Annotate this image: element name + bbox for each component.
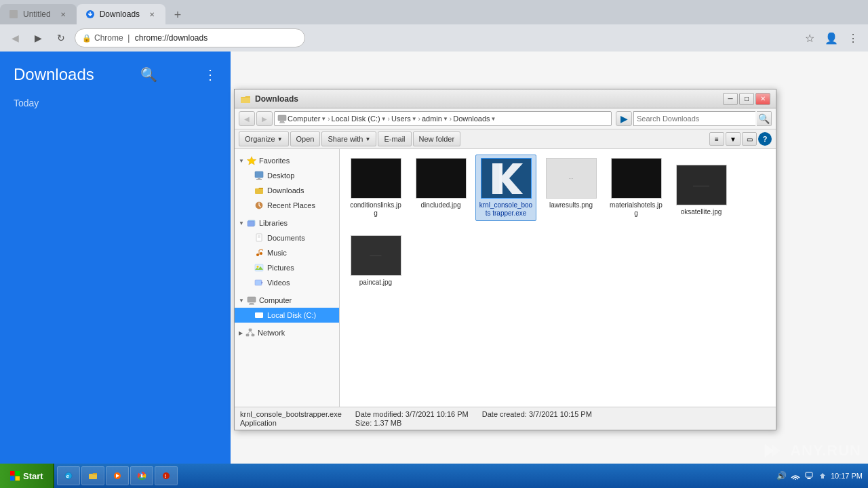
taskbar-media[interactable] [106, 466, 129, 485]
taskbar-ie[interactable]: e [57, 466, 80, 485]
monitor-tray-icon[interactable] [804, 470, 814, 481]
breadcrumb-admin[interactable]: admin ▼ [422, 115, 448, 123]
sidebar-item-pictures[interactable]: Pictures [235, 260, 339, 275]
help-button[interactable]: ? [758, 132, 772, 146]
system-time: 10:17 PM [831, 471, 863, 481]
breadcrumb-computer-arrow[interactable]: ▼ [321, 116, 326, 122]
downloads-sidebar-label: Downloads [267, 186, 304, 195]
status-date-modified: Date modified: 3/7/2021 10:16 PM [355, 410, 469, 418]
svg-marker-55 [820, 473, 825, 479]
svg-rect-14 [248, 221, 254, 226]
svg-rect-0 [9, 10, 18, 18]
favorites-header[interactable]: ▼ Favorites [235, 153, 339, 168]
maximize-button[interactable]: □ [739, 93, 754, 105]
sidebar-item-music[interactable]: Music [235, 245, 339, 260]
close-button[interactable]: ✕ [755, 93, 770, 105]
file-item-conditionslinks[interactable]: conditionslinks.jpg [345, 155, 406, 221]
libraries-header[interactable]: ▼ Libraries [235, 216, 339, 230]
taskbar-security[interactable]: ! [155, 466, 178, 485]
breadcrumb-admin-arrow[interactable]: ▼ [443, 116, 448, 122]
open-button[interactable]: Open [290, 131, 321, 146]
svg-marker-34 [492, 163, 523, 194]
breadcrumb-downloads-arrow[interactable]: ▼ [491, 116, 496, 122]
anyrun-watermark: ANY.RUN [760, 441, 861, 461]
minimize-button[interactable]: ─ [723, 93, 738, 105]
breadcrumb-bar[interactable]: Computer ▼ › Local Disk (C:) ▼ › Users ▼… [274, 111, 612, 126]
address-go-button[interactable]: ▶ [616, 111, 632, 126]
new-folder-button[interactable]: New folder [413, 131, 461, 146]
view-dropdown-button[interactable]: ▼ [726, 132, 741, 146]
svg-rect-26 [249, 304, 254, 305]
network-tray-icon[interactable] [790, 470, 801, 481]
file-item-krnl[interactable]: krnl_console_boots trapper.exe [475, 155, 536, 221]
anyrun-logo-svg [760, 441, 787, 461]
tab-close-untitled[interactable]: ✕ [58, 9, 68, 20]
breadcrumb-users[interactable]: Users ▼ [391, 115, 417, 123]
sidebar-item-desktop[interactable]: Desktop [235, 168, 339, 183]
view-details-button[interactable]: ≡ [709, 132, 724, 146]
start-button[interactable]: Start [0, 464, 54, 488]
breadcrumb-downloads[interactable]: Downloads ▼ [453, 115, 496, 123]
browser-content: Downloads 🔍 ⋮ Today Downloads [0, 52, 868, 488]
svg-rect-44 [89, 474, 97, 479]
svg-rect-40 [10, 476, 15, 481]
sidebar-item-localdisk[interactable]: Local Disk (C:) [235, 308, 339, 323]
sidebar-item-videos[interactable]: Videos [235, 275, 339, 290]
file-name-oksatellite: oksatellite.jpg [681, 208, 722, 216]
taskbar-chrome[interactable] [130, 466, 153, 485]
computer-header[interactable]: ▼ Computer [235, 293, 339, 308]
share-with-arrow: ▼ [365, 136, 370, 142]
file-item-lawresults[interactable]: ··· lawresults.png [540, 155, 601, 221]
share-with-button[interactable]: Share with ▼ [321, 131, 376, 146]
file-name-krnl: krnl_console_boots trapper.exe [479, 201, 533, 218]
file-name-conditionslinks: conditionslinks.jpg [349, 201, 403, 218]
explorer-files[interactable]: conditionslinks.jpg dincluded.jpg [340, 149, 776, 407]
chrome-actions: ☆ 👤 ⋮ [800, 28, 863, 47]
search-input[interactable] [633, 111, 755, 126]
email-button[interactable]: E-mail [378, 131, 411, 146]
breadcrumb-localdisk[interactable]: Local Disk (C:) ▼ [332, 115, 387, 123]
bookmark-button[interactable]: ☆ [800, 28, 819, 47]
address-bar[interactable]: 🔒 Chrome | chrome://downloads [75, 28, 305, 47]
file-item-materialshotels[interactable]: materialshotels.jpg [606, 155, 667, 221]
svg-rect-52 [806, 472, 812, 477]
downloads-folder-icon [254, 185, 264, 196]
sidebar-item-recent[interactable]: Recent Places [235, 198, 339, 213]
downloads-search-button[interactable]: 🔍 [140, 66, 157, 83]
breadcrumb-localdisk-arrow[interactable]: ▼ [381, 116, 387, 122]
breadcrumb-downloads-label: Downloads [453, 115, 490, 123]
file-item-oksatellite[interactable]: ——— oksatellite.jpg [671, 161, 732, 221]
volume-icon[interactable]: 🔊 [776, 470, 787, 481]
menu-button[interactable]: ⋮ [844, 28, 863, 47]
downloads-menu-button[interactable]: ⋮ [203, 66, 217, 83]
search-go-button[interactable]: 🔍 [757, 111, 772, 126]
file-item-paincat[interactable]: ─── paincat.jpg [345, 232, 406, 290]
sidebar-item-downloads[interactable]: Downloads [235, 183, 339, 198]
taskbar-explorer[interactable] [81, 466, 104, 485]
network-header[interactable]: ▶ Network [235, 325, 339, 340]
file-thumb-dincluded [416, 158, 467, 199]
recent-places-label: Recent Places [267, 201, 315, 209]
breadcrumb-users-arrow[interactable]: ▼ [412, 116, 417, 122]
view-preview-button[interactable]: ▭ [742, 132, 757, 146]
forward-button[interactable]: ▶ [28, 28, 47, 47]
back-button[interactable]: ◀ [5, 28, 24, 47]
view-buttons: ≡ ▼ ▭ ? [709, 132, 772, 146]
breadcrumb-computer[interactable]: Computer ▼ [277, 114, 326, 123]
reload-button[interactable]: ↻ [52, 28, 71, 47]
explorer-back-button[interactable]: ◀ [239, 111, 255, 126]
explorer-forward-button[interactable]: ▶ [256, 111, 273, 126]
libraries-label: Libraries [259, 219, 288, 227]
file-thumb-oksatellite: ——— [676, 165, 727, 205]
organize-button[interactable]: Organize ▼ [239, 131, 289, 146]
new-tab-button[interactable]: + [168, 5, 187, 24]
svg-rect-30 [246, 334, 249, 336]
tab-downloads[interactable]: Downloads ✕ [77, 4, 165, 24]
tab-untitled[interactable]: Untitled ✕ [0, 4, 77, 24]
tab-close-downloads[interactable]: ✕ [146, 9, 157, 20]
sidebar-item-documents[interactable]: Documents [235, 230, 339, 245]
explorer-title-text: Downloads [255, 94, 723, 104]
profile-button[interactable]: 👤 [822, 28, 841, 47]
file-item-dincluded[interactable]: dincluded.jpg [410, 155, 471, 221]
arrow-tray-icon[interactable] [817, 470, 828, 481]
